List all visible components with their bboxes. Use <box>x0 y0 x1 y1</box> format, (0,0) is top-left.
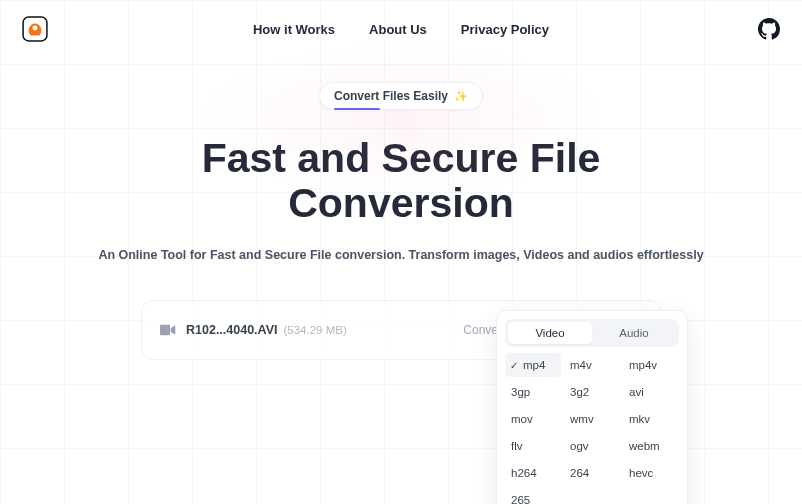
sparkle-icon: ✨ <box>454 90 468 103</box>
hero-badge-label: Convert Files Easily <box>334 89 448 103</box>
hero-title-line1: Fast and Secure File <box>202 135 601 181</box>
format-option-h264[interactable]: h264 <box>505 461 561 485</box>
hero-badge: Convert Files Easily ✨ <box>319 82 483 110</box>
tab-video[interactable]: Video <box>508 322 592 344</box>
nav-about-us[interactable]: About Us <box>369 22 427 37</box>
video-file-icon <box>160 323 176 337</box>
svg-rect-2 <box>160 325 170 336</box>
format-option-wmv[interactable]: wmv <box>564 407 620 431</box>
format-option-mp4v[interactable]: mp4v <box>623 353 679 377</box>
hero-title-line2: Conversion <box>288 180 514 226</box>
file-size: (534.29 MB) <box>284 324 347 336</box>
format-option-mkv[interactable]: mkv <box>623 407 679 431</box>
github-link[interactable] <box>758 18 780 40</box>
nav-privacy-policy[interactable]: Privacy Policy <box>461 22 549 37</box>
format-tabs: Video Audio <box>505 319 679 347</box>
format-option-webm[interactable]: webm <box>623 434 679 458</box>
github-icon <box>758 18 780 40</box>
app-header: How it Works About Us Privacy Policy <box>0 0 802 58</box>
format-option-flv[interactable]: flv <box>505 434 561 458</box>
format-option-avi[interactable]: avi <box>623 380 679 404</box>
format-option-265[interactable]: 265 <box>505 488 561 504</box>
format-option-264[interactable]: 264 <box>564 461 620 485</box>
hero-title: Fast and Secure File Conversion <box>0 136 802 226</box>
format-option-mp4[interactable]: mp4 <box>505 353 561 377</box>
format-popover: Video Audio mp4m4vmp4v3gp3g2avimovwmvmkv… <box>496 310 688 504</box>
format-option-m4v[interactable]: m4v <box>564 353 620 377</box>
logo-icon <box>22 16 48 42</box>
format-option-3gp[interactable]: 3gp <box>505 380 561 404</box>
main-nav: How it Works About Us Privacy Policy <box>253 22 549 37</box>
format-option-3g2[interactable]: 3g2 <box>564 380 620 404</box>
file-name: R102...4040.AVI <box>186 323 278 337</box>
nav-how-it-works[interactable]: How it Works <box>253 22 335 37</box>
format-option-mov[interactable]: mov <box>505 407 561 431</box>
svg-point-1 <box>33 25 38 30</box>
format-option-hevc[interactable]: hevc <box>623 461 679 485</box>
tab-audio[interactable]: Audio <box>592 322 676 344</box>
format-option-ogv[interactable]: ogv <box>564 434 620 458</box>
app-logo[interactable] <box>22 16 48 42</box>
hero-subtitle: An Online Tool for Fast and Secure File … <box>0 248 802 262</box>
format-options-grid: mp4m4vmp4v3gp3g2avimovwmvmkvflvogvwebmh2… <box>505 353 679 504</box>
